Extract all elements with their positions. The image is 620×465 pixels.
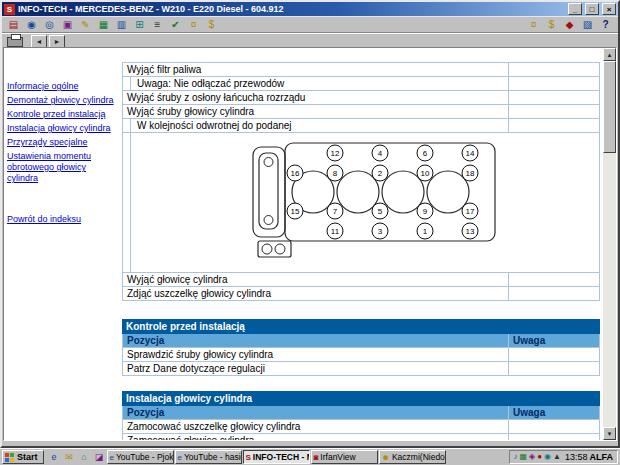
svg-text:18: 18 xyxy=(466,169,475,178)
step-text: Zdjąć uszczelkę głowicy cylindra xyxy=(123,287,508,300)
scrollbar-thumb[interactable] xyxy=(603,61,616,153)
task-irfanview[interactable]: ◙ IrfanView xyxy=(311,450,378,464)
uwaga-header: Uwaga xyxy=(508,334,599,347)
step-text: Zamocować głowicę cylindra xyxy=(123,434,508,440)
svg-text:5: 5 xyxy=(378,207,383,216)
task-label: IrfanView xyxy=(320,452,355,462)
print-icon[interactable] xyxy=(7,37,23,47)
prices-icon[interactable]: $ xyxy=(203,17,220,32)
procedure-article: Wyjąć filtr paliwa Uwaga: Nie odłączać p… xyxy=(120,48,605,440)
messenger-icon[interactable]: ◈ xyxy=(529,451,535,463)
step-text: Patrz Dane dotyczące regulacji xyxy=(123,362,508,375)
parts-icon[interactable]: ◆ xyxy=(561,17,578,32)
window-title: INFO-TECH - MERCEDES-BENZ - W210 - E220 … xyxy=(18,4,565,14)
sidebar-link[interactable]: Instalacja głowicy cylindra xyxy=(7,123,118,134)
sidebar-link[interactable]: Przyrządy specjalne xyxy=(7,137,118,148)
svg-text:7: 7 xyxy=(333,207,338,216)
forward-button[interactable]: ► xyxy=(49,35,65,48)
uwaga-cell xyxy=(508,105,599,118)
check-icon[interactable]: ✔ xyxy=(167,17,184,32)
internet-explorer-icon[interactable]: e xyxy=(47,450,62,464)
table-row: Sprawdzić śruby głowicy cylindra xyxy=(122,348,600,362)
vehicle-data-icon[interactable]: ▣ xyxy=(59,17,76,32)
zoom-icon[interactable]: ◎ xyxy=(41,17,58,32)
taskbar: Start e ✉ ⌂ ◪ e YouTube - Pjok -... e Yo… xyxy=(0,448,620,465)
list-icon[interactable]: ▥ xyxy=(113,17,130,32)
task-label: YouTube - hasio... xyxy=(184,452,242,462)
vertical-scrollbar[interactable]: ▲ ▼ xyxy=(603,48,616,440)
back-button[interactable]: ◄ xyxy=(31,35,47,48)
antivirus-icon[interactable]: ● xyxy=(537,451,542,463)
media-player-icon[interactable]: ◪ xyxy=(92,450,107,464)
table-row: Wyjąć głowicę cylindra xyxy=(122,273,600,287)
scroll-down-icon[interactable]: ▼ xyxy=(603,427,616,440)
infotech-icon: S xyxy=(246,453,251,462)
step-text: Uwaga: Nie odłączać przewodów xyxy=(123,77,508,90)
edit-icon[interactable]: ✎ xyxy=(77,17,94,32)
catalog-icon[interactable]: ▤ xyxy=(5,17,22,32)
table-row: Wyjąć śruby z osłony łańcucha rozrządu xyxy=(122,91,600,105)
start-button[interactable]: Start xyxy=(2,450,44,464)
step-text: Wyjąć głowicę cylindra xyxy=(123,273,508,286)
table-icon[interactable]: ▦ xyxy=(95,17,112,32)
svg-text:12: 12 xyxy=(331,149,340,158)
task-kaczmi[interactable]: ☻ Kaczmi(Niedost... xyxy=(379,450,446,464)
removal-steps-table-2: Wyjąć głowicę cylindra Zdjąć uszczelkę g… xyxy=(122,273,600,301)
table-row: Wyjąć filtr paliwa xyxy=(122,63,600,77)
uwaga-cell xyxy=(508,273,599,286)
grid-icon[interactable]: ⊞ xyxy=(131,17,148,32)
app-icon: S xyxy=(4,4,15,15)
sidebar-nav: Informacje ogólne Demontaż głowicy cylin… xyxy=(4,48,120,440)
close-button[interactable]: × xyxy=(602,3,616,15)
maximize-button[interactable]: □ xyxy=(585,3,599,15)
table-row: Zdjąć uszczelkę głowicy cylindra xyxy=(122,287,600,301)
help-icon[interactable]: ? xyxy=(597,17,614,32)
minimize-button[interactable]: _ xyxy=(568,3,582,15)
section-title: Kontrole przed instalacją xyxy=(122,319,600,334)
volume-icon[interactable]: ♪ xyxy=(514,451,518,463)
step-text: W kolejności odwrotnej do podanej xyxy=(123,119,508,132)
windows-logo-icon xyxy=(5,453,14,462)
svg-text:14: 14 xyxy=(466,149,475,158)
svg-text:6: 6 xyxy=(423,149,428,158)
scroll-up-icon[interactable]: ▲ xyxy=(603,48,616,61)
show-desktop-icon[interactable]: ⌂ xyxy=(77,450,92,464)
sidebar-link[interactable]: Ustawienia momentu obrotowego głowicy cy… xyxy=(7,151,118,184)
browser-icon: e xyxy=(178,453,182,462)
network-icon[interactable]: ◉ xyxy=(544,451,551,463)
data-icon[interactable]: ▨ xyxy=(579,17,596,32)
tray-alfa-label: ALFA xyxy=(590,452,614,462)
task-label: YouTube - Pjok -... xyxy=(116,452,174,462)
svg-text:17: 17 xyxy=(466,207,475,216)
uwaga-cell xyxy=(508,63,599,76)
menu-icon[interactable]: ≡ xyxy=(149,17,166,32)
sidebar-link[interactable]: Demontaż głowicy cylindra xyxy=(7,95,118,106)
main-toolbar: ▤ ◉ ◎ ▣ ✎ ▦ ▥ ⊞ ≡ ✔ ¤ $ ¤ $ ◆ ▨ ? xyxy=(2,16,618,33)
task-youtube-2[interactable]: e YouTube - hasio... xyxy=(175,450,242,464)
svg-text:4: 4 xyxy=(378,149,383,158)
coins-icon[interactable]: ¤ xyxy=(525,17,542,32)
mail-icon[interactable]: ✉ xyxy=(62,450,77,464)
irfanview-icon: ◙ xyxy=(314,453,319,462)
uwaga-cell xyxy=(508,287,599,300)
section-instalacja: Instalacja głowicy cylindra Pozycja Uwag… xyxy=(122,391,600,440)
section-title: Instalacja głowicy cylindra xyxy=(122,391,600,406)
task-youtube-1[interactable]: e YouTube - Pjok -... xyxy=(107,450,174,464)
svg-text:2: 2 xyxy=(378,169,383,178)
messenger-contact-icon: ☻ xyxy=(382,453,390,462)
search-document-icon[interactable]: ◉ xyxy=(23,17,40,32)
step-text: Zamocować uszczelkę głowicy cylindra xyxy=(123,420,508,433)
labor-times-icon[interactable]: ¤ xyxy=(185,17,202,32)
step-text: Wyjąć filtr paliwa xyxy=(123,63,508,76)
task-label: INFO-TECH - M... xyxy=(253,452,310,462)
table-row: Zamocować uszczelkę głowicy cylindra xyxy=(122,420,600,434)
display-icon[interactable]: ▦ xyxy=(520,451,528,463)
svg-text:11: 11 xyxy=(331,227,340,236)
money-icon[interactable]: $ xyxy=(543,17,560,32)
sidebar-link[interactable]: Kontrole przed instalacją xyxy=(7,109,118,120)
uwaga-cell xyxy=(508,434,599,440)
scheduler-icon[interactable]: ▲ xyxy=(553,451,561,463)
return-to-index-link[interactable]: Powrót do indeksu xyxy=(7,214,118,225)
sidebar-link[interactable]: Informacje ogólne xyxy=(7,81,118,92)
task-infotech[interactable]: S INFO-TECH - M... xyxy=(243,450,310,464)
